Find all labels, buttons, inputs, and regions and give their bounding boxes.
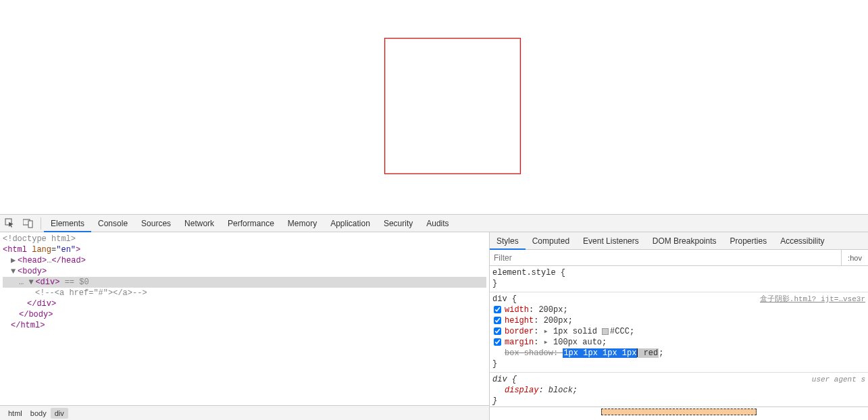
styles-tab-properties[interactable]: Properties [723,232,773,250]
prop-value[interactable]: 1px solid [553,327,602,336]
prop-value[interactable]: 100px auto [553,338,602,347]
tab-security[interactable]: Security [377,215,419,232]
prop-toggle[interactable] [494,306,501,313]
tab-elements[interactable]: Elements [44,215,91,232]
devtools: ElementsConsoleSourcesNetworkPerformance… [0,214,868,420]
tab-memory[interactable]: Memory [281,215,324,232]
display-prop[interactable]: display: block; [492,385,865,396]
prop-toggle[interactable] [494,338,501,346]
styles-tab-event-listeners[interactable]: Event Listeners [576,232,646,250]
styles-filter-row: :hov [490,250,868,266]
rule-close-brace: } [492,278,865,289]
dom-node[interactable]: <!doctype html> [3,234,486,244]
margin-box[interactable] [601,409,757,415]
prop-toggle[interactable] [494,317,501,324]
user-agent-rule-block[interactable]: user agent s div { display: block; } [490,373,868,406]
box-shadow-prop[interactable]: box-shadow: 1px 1px 1px 1px red; [492,348,865,359]
div-rule-block[interactable]: 盒子阴影.html? ijt=…vse3r div { width: 200px… [490,292,868,373]
prop-name: display [505,386,538,395]
color-swatch[interactable] [602,328,609,335]
prop-name: box-shadow [505,348,553,358]
dom-node[interactable]: </div> [3,298,486,309]
stylesheet-link[interactable]: 盒子阴影.html? ijt=…vse3r [760,294,865,305]
element-style-block[interactable]: element.style { } [490,266,868,292]
selector-text: element.style { [492,267,865,278]
crumb-body[interactable]: body [26,408,51,419]
tab-network[interactable]: Network [178,215,221,232]
devtools-toolbar: ElementsConsoleSourcesNetworkPerformance… [0,215,868,232]
styles-filter-input[interactable] [490,253,841,263]
dom-node[interactable]: <!--<a href="#"></a>--> [3,288,486,298]
border-prop[interactable]: border: ▸ 1px solid #CCC; [492,326,865,337]
prop-toggle[interactable] [494,327,501,335]
prop-name: width [505,305,529,315]
shadow-value-gray[interactable]: red [638,348,659,358]
styles-tab-styles[interactable]: Styles [490,232,526,250]
breadcrumb: htmlbodydiv [0,405,489,420]
dom-node[interactable]: ▶<head>…</head> [3,255,486,266]
margin-prop[interactable]: margin: ▸ 100px auto; [492,337,865,348]
selector-text: div { [492,374,865,385]
shadow-value-selected[interactable]: 1px 1px 1px 1px [563,348,637,358]
prop-value[interactable]: 200px [544,316,568,325]
dom-node[interactable]: </body> [3,309,486,320]
box-model-strip [490,406,868,420]
styles-sidebar: StylesComputedEvent ListenersDOM Breakpo… [490,232,868,420]
prop-name: height [505,316,534,325]
dom-node[interactable]: </html> [3,320,486,331]
user-agent-label: user agent s [812,374,865,385]
tab-application[interactable]: Application [324,215,377,232]
page-preview [0,0,868,214]
prop-name: border [505,327,534,336]
dom-node[interactable]: … ▼<div> == $0 [3,277,486,288]
width-prop[interactable]: width: 200px; [492,305,865,315]
hov-toggle[interactable]: :hov [841,250,868,266]
style-rules[interactable]: element.style { } 盒子阴影.html? ijt=…vse3r … [490,266,868,406]
height-prop[interactable]: height: 200px; [492,315,865,326]
panels-container: <!doctype html><html lang="en">▶<head>…<… [0,232,868,420]
styles-tab-dom-breakpoints[interactable]: DOM Breakpoints [646,232,723,250]
crumb-html[interactable]: html [4,408,26,419]
crumb-div[interactable]: div [51,408,68,419]
styles-tab-accessibility[interactable]: Accessibility [773,232,831,250]
svg-rect-2 [28,221,32,228]
rule-close-brace: } [492,396,865,406]
dom-node[interactable]: <html lang="en"> [3,244,486,255]
rule-close-brace: } [492,359,865,369]
dom-node[interactable]: ▼<body> [3,266,486,277]
tab-console[interactable]: Console [91,215,134,232]
prop-name: margin [505,338,534,347]
elements-panel: <!doctype html><html lang="en">▶<head>…<… [0,232,490,420]
styles-tab-computed[interactable]: Computed [526,232,576,250]
prop-value: block [548,386,573,395]
inspect-icon[interactable] [0,215,19,232]
tab-performance[interactable]: Performance [221,215,281,232]
dom-tree[interactable]: <!doctype html><html lang="en">▶<head>…<… [0,232,489,405]
rendered-div-box [385,38,520,174]
device-toggle-icon[interactable] [19,215,38,232]
tab-sources[interactable]: Sources [134,215,178,232]
toolbar-separator [41,217,41,230]
prop-value[interactable]: 200px [538,305,563,315]
styles-tab-strip: StylesComputedEvent ListenersDOM Breakpo… [490,232,868,250]
main-tab-strip: ElementsConsoleSourcesNetworkPerformance… [44,215,456,232]
tab-audits[interactable]: Audits [419,215,455,232]
